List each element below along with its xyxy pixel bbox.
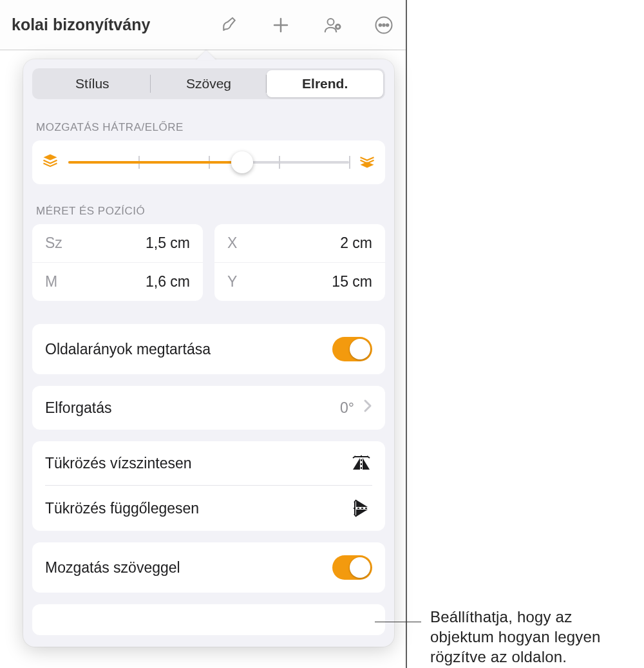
slider-thumb[interactable] bbox=[231, 151, 253, 173]
y-field[interactable]: Y 15 cm bbox=[214, 262, 385, 301]
flip-vertical-row[interactable]: Tükrözés függőlegesen bbox=[32, 486, 385, 531]
svg-point-9 bbox=[386, 24, 389, 26]
svg-marker-11 bbox=[353, 458, 360, 470]
callout-text: Beállíthatja, hogy az objektum hogyan le… bbox=[430, 607, 636, 667]
constrain-label: Oldalarányok megtartása bbox=[45, 341, 211, 358]
position-column: X 2 cm Y 15 cm bbox=[214, 224, 385, 301]
rotate-row[interactable]: Elforgatás 0° bbox=[32, 386, 385, 430]
section-label-size: MÉRET ÉS POZÍCIÓ bbox=[32, 196, 385, 224]
rotate-label: Elforgatás bbox=[45, 399, 112, 417]
app-frame: kolai bizonyítvány Stílus Szöveg Elrend.… bbox=[0, 0, 407, 668]
more-ellipsis-icon[interactable] bbox=[374, 15, 394, 35]
flip-horizontal-row[interactable]: Tükrözés vízszintesen bbox=[32, 441, 385, 485]
x-field[interactable]: X 2 cm bbox=[214, 224, 385, 262]
flip-v-label: Tükrözés függőlegesen bbox=[45, 500, 199, 517]
svg-marker-15 bbox=[356, 510, 368, 517]
size-position-grid: Sz 1,5 cm M 1,6 cm X 2 cm Y 15 cm bbox=[32, 224, 385, 312]
toolbar: kolai bizonyítvány bbox=[0, 0, 406, 50]
constrain-toggle[interactable] bbox=[332, 337, 372, 361]
move-with-text-label: Mozgatás szöveggel bbox=[45, 559, 180, 577]
tab-layout[interactable]: Elrend. bbox=[267, 70, 383, 97]
x-value: 2 cm bbox=[340, 234, 372, 252]
x-label: X bbox=[227, 234, 237, 252]
slider-fill bbox=[68, 161, 242, 164]
format-brush-icon[interactable] bbox=[219, 15, 240, 35]
svg-point-8 bbox=[383, 24, 385, 26]
y-label: Y bbox=[227, 273, 237, 291]
bring-to-front-icon[interactable] bbox=[358, 152, 376, 173]
layer-slider[interactable] bbox=[68, 161, 349, 164]
toolbar-icons bbox=[219, 15, 394, 35]
svg-point-2 bbox=[328, 19, 334, 25]
width-value: 1,5 cm bbox=[146, 234, 190, 252]
svg-marker-12 bbox=[363, 458, 370, 470]
format-tabs: Stílus Szöveg Elrend. bbox=[32, 68, 385, 99]
move-with-text-toggle[interactable] bbox=[332, 555, 372, 580]
width-field[interactable]: Sz 1,5 cm bbox=[32, 224, 203, 262]
constrain-row: Oldalarányok megtartása bbox=[32, 324, 385, 374]
format-popover: Stílus Szöveg Elrend. MOZGATÁS HÁTRA/ELŐ… bbox=[23, 59, 394, 647]
rotate-value: 0° bbox=[340, 399, 354, 417]
height-label: M bbox=[45, 273, 57, 291]
tab-text[interactable]: Szöveg bbox=[151, 70, 267, 97]
insert-plus-icon[interactable] bbox=[270, 15, 291, 35]
move-with-text-row: Mozgatás szöveggel bbox=[32, 542, 385, 593]
flip-h-label: Tükrözés vízszintesen bbox=[45, 455, 192, 472]
svg-point-7 bbox=[379, 24, 382, 26]
section-label-move: MOZGATÁS HÁTRA/ELŐRE bbox=[32, 112, 385, 140]
height-value: 1,6 cm bbox=[146, 273, 190, 291]
size-column: Sz 1,5 cm M 1,6 cm bbox=[32, 224, 203, 301]
flip-vertical-icon bbox=[350, 499, 372, 518]
chevron-right-icon bbox=[363, 399, 372, 417]
width-label: Sz bbox=[45, 234, 62, 252]
send-to-back-icon[interactable] bbox=[41, 152, 59, 173]
callout-leader-line bbox=[375, 622, 421, 622]
y-value: 15 cm bbox=[332, 273, 372, 291]
flip-horizontal-icon bbox=[350, 454, 372, 472]
svg-marker-14 bbox=[356, 500, 368, 507]
document-title: kolai bizonyítvány bbox=[12, 15, 150, 34]
flip-group: Tükrözés vízszintesen Tükrözés függőlege… bbox=[32, 441, 385, 531]
height-field[interactable]: M 1,6 cm bbox=[32, 262, 203, 301]
move-back-front-slider bbox=[32, 140, 385, 184]
next-row-peek[interactable] bbox=[32, 604, 385, 635]
tab-style[interactable]: Stílus bbox=[34, 70, 151, 97]
collaborate-icon[interactable] bbox=[322, 15, 343, 35]
